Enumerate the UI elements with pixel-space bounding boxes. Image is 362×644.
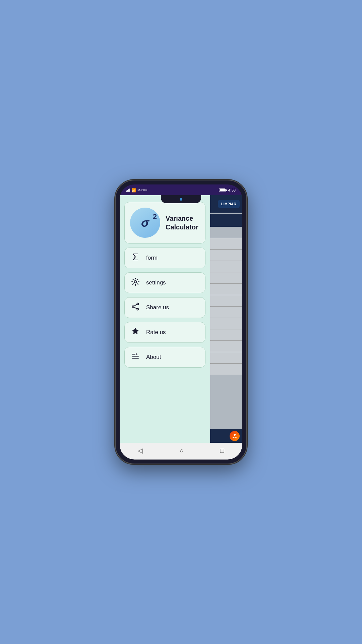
- title-line1: Variance: [166, 215, 193, 222]
- menu-item-about[interactable]: About: [124, 347, 205, 368]
- rate-icon: [131, 327, 140, 338]
- share-label: Share us: [146, 304, 169, 311]
- form-label: form: [146, 255, 158, 261]
- home-button[interactable]: ○: [173, 444, 190, 457]
- gear-icon: [131, 277, 140, 288]
- phone-frame: 📶 15.7 K/s 4:58 LIMPIAR: [116, 180, 246, 464]
- svg-point-1: [134, 281, 137, 283]
- battery-icon: [219, 189, 227, 192]
- app-header-card: σ 2 Variance Calculator: [124, 202, 205, 244]
- recent-button[interactable]: □: [213, 444, 231, 457]
- about-icon: [131, 352, 140, 363]
- about-label: About: [146, 354, 161, 361]
- battery-body: [219, 189, 226, 192]
- bottom-nav: ◁ ○ □: [120, 443, 242, 460]
- sigma-symbol: σ: [141, 216, 149, 230]
- notch: [161, 195, 201, 203]
- app-title: Variance Calculator: [166, 214, 198, 231]
- drawer-menu: σ 2 Variance Calculator form: [120, 195, 210, 443]
- main-content: LIMPIAR 23: [120, 195, 242, 443]
- menu-item-rate[interactable]: Rate us: [124, 322, 205, 343]
- status-right: 4:58: [219, 188, 236, 192]
- bg-app-icon: [230, 431, 240, 441]
- svg-line-5: [134, 304, 137, 306]
- menu-item-settings[interactable]: settings: [124, 272, 205, 293]
- sigma-icon: [131, 253, 140, 263]
- settings-label: settings: [146, 279, 166, 286]
- back-button[interactable]: ◁: [131, 444, 149, 457]
- svg-point-0: [234, 434, 236, 436]
- status-left: 📶 15.7 K/s: [126, 188, 147, 193]
- signal-icon: [126, 189, 130, 192]
- phone-inner: 📶 15.7 K/s 4:58 LIMPIAR: [120, 184, 242, 460]
- rate-label: Rate us: [146, 329, 166, 336]
- battery-tip: [226, 190, 227, 191]
- wifi-icon: 📶: [131, 188, 136, 193]
- share-icon: [131, 302, 140, 313]
- status-bar: 📶 15.7 K/s 4:58: [120, 184, 242, 195]
- speed-text: 15.7 K/s: [137, 189, 147, 192]
- title-line2: Calculator: [166, 223, 198, 231]
- limpiar-button[interactable]: LIMPIAR: [218, 200, 240, 208]
- time-label: 4:58: [228, 188, 236, 192]
- menu-item-form[interactable]: form: [124, 248, 205, 268]
- svg-line-6: [134, 307, 137, 309]
- camera-dot: [180, 198, 182, 201]
- battery-fill: [220, 189, 225, 191]
- app-logo: σ 2: [130, 208, 160, 238]
- menu-item-share[interactable]: Share us: [124, 297, 205, 318]
- superscript-2: 2: [153, 212, 157, 221]
